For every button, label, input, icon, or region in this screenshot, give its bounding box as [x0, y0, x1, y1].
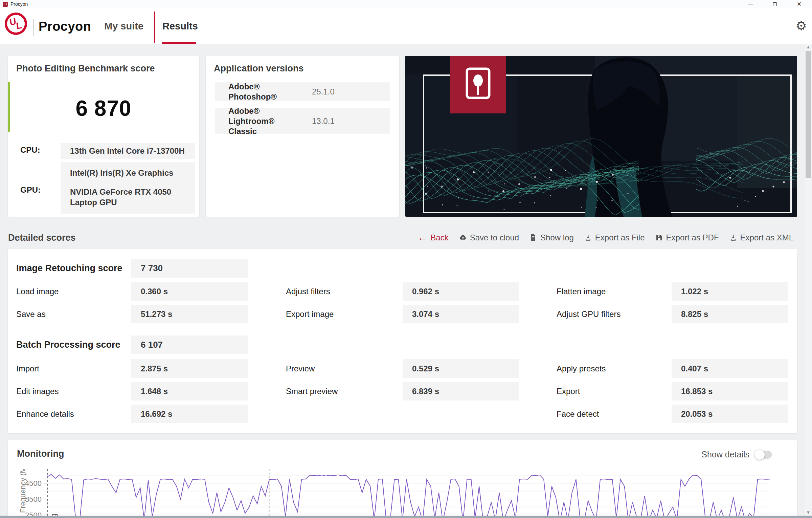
scroll-up-icon[interactable]: ▲: [805, 44, 812, 50]
minimize-button[interactable]: [743, 0, 758, 8]
metric-label-face-detect: Face detect: [557, 405, 599, 423]
app-version: 25.1.0: [312, 87, 335, 96]
detailed-scores-card: Image Retouching score7 730Load image0.3…: [8, 249, 797, 433]
metric-value-text: 6 107: [131, 340, 163, 350]
tab-results[interactable]: Results: [162, 8, 198, 44]
export-as-pdf-button[interactable]: Export as PDF: [655, 233, 719, 242]
metric-value-edit-images: 1.648 s: [131, 382, 248, 401]
metric-value-text: 7 730: [131, 263, 163, 273]
scroll-down-icon[interactable]: ▼: [805, 510, 812, 516]
metric-value-export: 16.853 s: [672, 382, 788, 401]
active-tab-underline: [162, 42, 196, 44]
action-label: Export as PDF: [666, 233, 719, 242]
document-icon: [529, 234, 537, 242]
metric-value-text: 1.022 s: [672, 287, 708, 296]
monitoring-title: Monitoring: [17, 449, 64, 459]
metric-value-import: 2.875 s: [131, 359, 248, 378]
back-label: Back: [430, 233, 448, 242]
metric-label-adjust-gpu-filters: Adjust GPU filters: [557, 305, 621, 323]
close-button[interactable]: ✕: [792, 0, 807, 8]
metric-label-enhance-details: Enhance details: [16, 405, 74, 423]
metric-label-export: Export: [557, 382, 580, 401]
version-row-photoshop: Adobe® Photoshop® 25.1.0: [215, 82, 390, 101]
vertical-scrollbar[interactable]: ▲ ▼: [805, 44, 812, 516]
hero-woman: [585, 57, 673, 217]
metric-value-text: 0.360 s: [131, 287, 168, 296]
hero-photo: [405, 56, 797, 217]
metric-value-text: 3.074 s: [403, 309, 439, 319]
gpu-label: GPU:: [20, 185, 41, 195]
window-bottom-edge: [0, 516, 812, 518]
scrollbar-thumb[interactable]: [806, 51, 811, 178]
show-details-label: Show details: [701, 450, 749, 459]
score-card-title: Photo Editing Benchmark score: [16, 63, 155, 74]
save-to-cloud-button[interactable]: Save to cloud: [459, 233, 519, 242]
metric-value-text: 16.853 s: [672, 387, 713, 396]
logo-divider: [33, 19, 34, 36]
restore-button[interactable]: [767, 0, 782, 8]
metric-value-text: 6.839 s: [403, 387, 439, 396]
gpu-value-1: Intel(R) Iris(R) Xe Graphics: [61, 168, 195, 178]
window-titlebar: Procyon ✕: [0, 0, 812, 8]
metric-value-text: 1.648 s: [131, 387, 168, 396]
monitoring-card: Monitoring Show details 250035004500Freq…: [8, 440, 797, 518]
y-axis-label: Frequency (MHz): [19, 469, 27, 513]
detailed-scores-heading: Detailed scores: [8, 233, 76, 243]
version-row-lightroom: Adobe® Lightroom® Classic 13.0.1: [215, 108, 390, 134]
metric-label-export-image: Export image: [286, 305, 334, 323]
results-page: Photo Editing Benchmark score 6 870 CPU:…: [0, 44, 812, 518]
metric-value-apply-presets: 0.407 s: [672, 359, 788, 378]
window-title: Procyon: [10, 1, 28, 7]
metric-label-image-retouching-score: Image Retouching score: [16, 259, 122, 278]
show-details-toggle[interactable]: [755, 451, 772, 459]
show-log-button[interactable]: Show log: [529, 233, 574, 242]
toggle-knob: [754, 450, 765, 460]
metric-label-preview: Preview: [286, 359, 315, 378]
tab-my-suite[interactable]: My suite: [104, 8, 143, 44]
metric-label-batch-processing-score: Batch Processing score: [16, 336, 120, 354]
app-name: Adobe® Lightroom® Classic: [215, 106, 301, 136]
metric-value-adjust-filters: 0.962 s: [403, 282, 519, 301]
cpu-value-box: 13th Gen Intel Core i7-13700H: [61, 143, 195, 159]
download-icon: [729, 234, 737, 242]
export-as-xml-button[interactable]: Export as XML: [729, 233, 793, 242]
action-bar: ← Back Save to cloudShow logExport as Fi…: [418, 233, 793, 242]
y-tick-label: 4500: [25, 479, 42, 488]
metric-label-edit-images: Edit images: [16, 382, 59, 401]
metric-value-batch-processing-score: 6 107: [131, 336, 248, 354]
metric-value-image-retouching-score: 7 730: [131, 259, 248, 278]
gpu-value-2: NVIDIA GeForce RTX 4050 Laptop GPU: [61, 187, 195, 208]
metric-value-text: 51.273 s: [131, 309, 172, 319]
metric-value-text: 16.692 s: [131, 409, 172, 418]
benchmark-score-card: Photo Editing Benchmark score 6 870 CPU:…: [8, 56, 199, 217]
metric-value-export-image: 3.074 s: [403, 305, 519, 323]
app-header: U L Procyon My suite Results ⚙: [0, 8, 812, 44]
metric-value-text: 2.875 s: [131, 364, 168, 373]
gear-icon[interactable]: ⚙: [793, 18, 809, 34]
metric-label-import: Import: [16, 359, 39, 378]
download-icon: [584, 234, 592, 242]
app-version: 13.0.1: [312, 116, 335, 126]
metric-label-load-image: Load image: [16, 282, 59, 301]
frequency-line: [47, 474, 770, 518]
export-as-file-button[interactable]: Export as File: [584, 233, 645, 242]
metric-value-face-detect: 20.053 s: [672, 405, 788, 423]
back-arrow-icon: ←: [418, 233, 427, 242]
save-icon: [655, 234, 663, 242]
nav-divider: [154, 12, 155, 43]
app-name: Adobe® Photoshop®: [215, 82, 301, 102]
metric-label-adjust-filters: Adjust filters: [286, 282, 330, 301]
metric-value-text: 0.529 s: [403, 364, 439, 373]
ul-logo: U L: [3, 11, 29, 37]
metric-value-preview: 0.529 s: [403, 359, 519, 378]
metric-value-text: 8.825 s: [672, 309, 708, 319]
metric-value-text: 20.053 s: [672, 409, 713, 418]
versions-card-title: Application versions: [214, 63, 304, 74]
metric-value-text: 0.962 s: [403, 287, 439, 296]
metric-value-flatten-image: 1.022 s: [672, 282, 788, 301]
metric-label-save-as: Save as: [16, 305, 46, 323]
back-button[interactable]: ← Back: [418, 233, 448, 242]
metric-value-adjust-gpu-filters: 8.825 s: [672, 305, 788, 323]
procyon-badge: [450, 56, 506, 113]
app-icon: [3, 2, 8, 7]
